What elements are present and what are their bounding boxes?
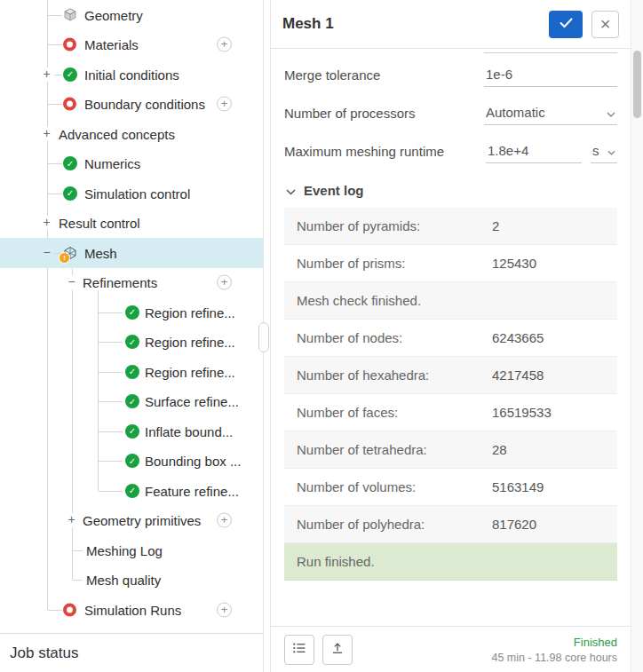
check-status-icon: ✓	[63, 156, 77, 170]
event-log-value: 125430	[492, 256, 536, 271]
event-log-row: Number of polyhedra:817620	[284, 506, 617, 543]
confirm-button[interactable]	[549, 11, 583, 38]
job-status-section[interactable]: Job status	[0, 633, 263, 672]
tree-item-inflate-bound[interactable]: ✓Inflate bound...	[0, 416, 263, 447]
tree-item-initial-conditions[interactable]: +✓Initial conditions	[0, 59, 263, 90]
add-child-button[interactable]: +	[217, 275, 232, 290]
check-status-icon: ✓	[125, 394, 139, 408]
tree-item-materials[interactable]: Materials+	[0, 30, 263, 60]
event-log-row: Number of prisms:125430	[284, 245, 617, 282]
tree-item-label: Materials	[84, 37, 139, 52]
tree-item-region-refine[interactable]: ✓Region refine...	[0, 297, 263, 328]
tree-connector-line	[99, 491, 123, 492]
tree-item-label: Result control	[59, 216, 140, 231]
tree-item-label: Region refine...	[145, 364, 235, 379]
event-log-list-button[interactable]	[284, 635, 314, 665]
add-child-button[interactable]: +	[217, 97, 232, 112]
add-child-button[interactable]: +	[217, 513, 232, 528]
runtime-unit-select[interactable]: s	[591, 140, 617, 163]
runtime-input[interactable]: 1.8e+4	[486, 140, 582, 163]
tree-item-mesh-quality[interactable]: Mesh quality	[0, 565, 263, 596]
check-status-icon: ✓	[125, 484, 139, 498]
tree-item-geometry[interactable]: Geometry	[0, 0, 263, 30]
tree-item-refinements[interactable]: −Refinements+	[0, 268, 263, 298]
field-merge-tolerance: Merge tolerance 1e-6	[284, 56, 617, 94]
tree-item-meshing-log[interactable]: Meshing Log	[0, 535, 263, 565]
tree-connector-line	[48, 44, 62, 45]
export-log-button[interactable]	[322, 635, 353, 665]
event-log-row: Run finished.	[284, 543, 617, 581]
unit-value: s	[592, 143, 599, 158]
tree-item-bounding-box[interactable]: ✓Bounding box ...	[0, 447, 263, 477]
event-log-value: 16519533	[492, 405, 552, 420]
event-log-row: Number of pyramids:2	[284, 208, 617, 245]
error-status-icon	[63, 98, 76, 111]
tree-item-label: Geometry	[84, 7, 143, 22]
event-log-label: Number of faces:	[297, 405, 492, 420]
event-log-label: Number of pyramids:	[297, 218, 492, 233]
check-icon	[560, 18, 573, 31]
processors-select[interactable]: Automatic	[484, 102, 617, 125]
event-log-label: Number of hexahedra:	[297, 368, 492, 383]
event-log-value: 28	[492, 442, 507, 457]
tree-connector-line	[48, 163, 62, 164]
tree-item-label: Simulation control	[84, 186, 190, 201]
expand-toggle-icon[interactable]: +	[41, 127, 52, 141]
expand-toggle-icon[interactable]: +	[41, 67, 52, 82]
event-log-label: Number of prisms:	[297, 256, 492, 271]
collapse-toggle-icon[interactable]: −	[66, 275, 77, 289]
add-child-button[interactable]: +	[217, 37, 232, 52]
event-log-value: 817620	[492, 517, 536, 532]
event-log-label: Number of tetrahedra:	[297, 442, 492, 457]
event-log-section-toggle[interactable]: Event log	[284, 172, 617, 208]
close-button[interactable]: ×	[591, 11, 619, 38]
expand-toggle-icon[interactable]: +	[41, 216, 52, 230]
check-status-icon: ✓	[125, 335, 139, 349]
tree-item-region-refine[interactable]: ✓Region refine...	[0, 328, 263, 358]
check-status-icon: ✓	[63, 186, 77, 201]
job-status-title: Job status	[10, 644, 79, 662]
tree-item-simulation-control[interactable]: ✓Simulation control	[0, 178, 263, 209]
chevron-down-icon	[607, 105, 615, 120]
check-status-icon: ✓	[125, 454, 139, 468]
error-status-icon	[63, 603, 76, 616]
tree-item-numerics[interactable]: ✓Numerics	[0, 149, 263, 179]
tree-connector-line	[48, 15, 62, 16]
merge-tolerance-input[interactable]: 1e-6	[484, 64, 617, 87]
tree-connector-line	[99, 312, 123, 313]
tree-item-feature-refine[interactable]: ✓Feature refine...	[0, 476, 263, 506]
tree-item-mesh[interactable]: −!Mesh	[0, 238, 263, 268]
event-log-value: 5163149	[492, 479, 544, 494]
tree-item-boundary-conditions[interactable]: Boundary conditions+	[0, 90, 263, 120]
event-log-label: Number of volumes:	[297, 479, 492, 494]
tree-item-advanced-concepts[interactable]: +Advanced concepts	[0, 119, 263, 149]
divider-handle[interactable]	[258, 322, 269, 352]
error-status-icon	[63, 38, 76, 51]
scrollbar-thumb[interactable]	[633, 51, 641, 118]
run-duration: 45 min - 11.98 core hours	[491, 652, 617, 664]
event-log-row: Number of volumes:5163149	[284, 469, 617, 506]
tree-item-label: Bounding box ...	[145, 454, 241, 469]
tree-connector-line	[48, 194, 62, 194]
event-log-value: 6243665	[492, 330, 544, 345]
tree-connector-line	[73, 550, 83, 551]
tree-item-result-control[interactable]: +Result control	[0, 209, 263, 239]
tree-item-surface-refine[interactable]: ✓Surface refine...	[0, 387, 263, 417]
upload-icon	[330, 641, 345, 658]
tree-item-region-refine[interactable]: ✓Region refine...	[0, 357, 263, 387]
warning-badge-icon: !	[59, 252, 70, 264]
tree-item-simulation-runs[interactable]: Simulation Runs+	[0, 595, 263, 625]
tree-item-label: Refinements	[83, 275, 157, 290]
close-icon: ×	[600, 15, 611, 33]
simulation-tree: GeometryMaterials++✓Initial conditionsBo…	[0, 0, 263, 633]
tree-item-label: Feature refine...	[145, 483, 239, 498]
tree-item-geometry-primitives[interactable]: +Geometry primitives+	[0, 506, 263, 536]
panel-title: Mesh 1	[282, 15, 549, 33]
add-child-button[interactable]: +	[217, 602, 232, 617]
tree-connector-line	[54, 75, 62, 75]
tree-connector-line	[99, 431, 123, 432]
expand-toggle-icon[interactable]: +	[66, 513, 77, 527]
collapse-toggle-icon[interactable]: −	[41, 246, 52, 260]
panel-divider[interactable]	[263, 0, 271, 672]
scrollbar[interactable]	[631, 0, 643, 672]
